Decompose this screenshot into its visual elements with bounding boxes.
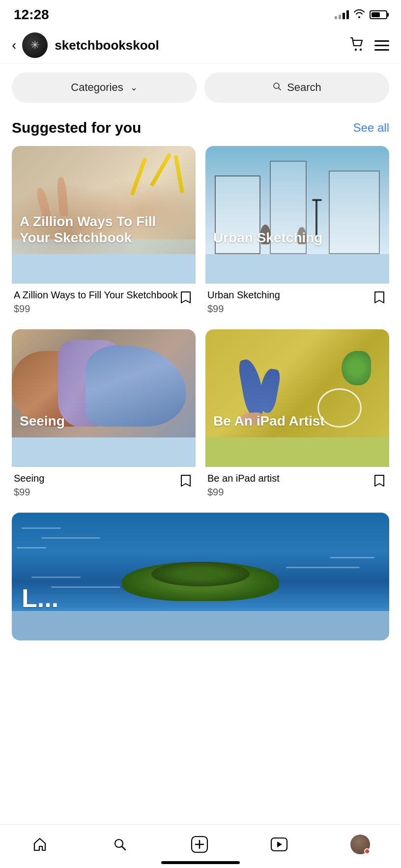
search-label: Search — [287, 81, 321, 94]
wide-card-5[interactable]: L... — [12, 513, 389, 640]
chevron-down-icon: ⌄ — [130, 82, 138, 93]
filter-bar: Categories ⌄ Search — [0, 63, 401, 112]
home-indicator — [161, 861, 240, 864]
course-price-2: $99 — [207, 303, 280, 315]
bookmark-button-2[interactable] — [372, 289, 387, 308]
course-title-overlay-2: Urban Sketching — [205, 222, 389, 254]
menu-line — [374, 49, 389, 51]
back-button[interactable]: ‹ — [12, 35, 22, 55]
course-details-3: Seeing $99 — [14, 472, 44, 498]
nav-home[interactable] — [21, 834, 58, 855]
header-actions — [349, 36, 389, 55]
status-bar: 12:28 — [0, 0, 401, 28]
status-icons — [335, 9, 387, 21]
nav-profile[interactable] — [341, 833, 380, 856]
svg-point-1 — [360, 49, 362, 51]
see-all-button[interactable]: See all — [353, 121, 389, 135]
course-title-overlay-3: Seeing — [12, 405, 196, 437]
signal-icon — [335, 10, 349, 19]
course-title-overlay-1: A Zillion Ways To Fill Your Sketchbook — [12, 205, 196, 254]
search-nav-icon — [111, 836, 129, 853]
course-details-1: A Zillion Ways to Fill Your Sketchbook $… — [14, 289, 178, 315]
section-header: Suggested for you See all — [12, 119, 389, 136]
course-price-3: $99 — [14, 487, 44, 498]
course-card-2[interactable]: Urban Sketching Urban Sketching $99 — [205, 146, 389, 319]
course-image-1: A Zillion Ways To Fill Your Sketchbook — [12, 146, 196, 284]
categories-label: Categories — [71, 81, 123, 94]
header: ‹ ✳ sketchbookskool — [0, 28, 401, 63]
battery-icon — [370, 10, 387, 19]
wide-card-image: L... — [12, 513, 389, 640]
course-info-3: Seeing $99 — [12, 467, 196, 503]
course-info-2: Urban Sketching $99 — [205, 284, 389, 319]
svg-point-0 — [355, 49, 357, 51]
avatar-icon: ✳ — [30, 39, 39, 52]
courses-grid: A Zillion Ways To Fill Your Sketchbook A… — [12, 146, 389, 503]
bookmark-button-3[interactable] — [178, 472, 194, 492]
course-name-2: Urban Sketching — [207, 289, 280, 301]
status-time: 12:28 — [14, 7, 49, 23]
course-card-3[interactable]: Seeing Seeing $99 — [12, 329, 196, 503]
bookmark-button-1[interactable] — [178, 289, 194, 308]
nav-video[interactable] — [260, 834, 298, 855]
course-image-2: Urban Sketching — [205, 146, 389, 284]
nav-search[interactable] — [101, 834, 139, 855]
channel-avatar[interactable]: ✳ — [22, 32, 48, 58]
home-icon — [31, 836, 49, 853]
menu-line — [374, 45, 389, 46]
menu-button[interactable] — [374, 40, 389, 51]
video-icon — [270, 836, 288, 853]
course-name-3: Seeing — [14, 472, 44, 485]
course-price-4: $99 — [207, 487, 280, 498]
course-info-1: A Zillion Ways to Fill Your Sketchbook $… — [12, 284, 196, 319]
channel-name[interactable]: sketchbookskool — [55, 38, 349, 53]
wifi-icon — [354, 9, 365, 21]
course-card-4[interactable]: Be An iPad Artist Be an iPad artist $99 — [205, 329, 389, 503]
categories-button[interactable]: Categories ⌄ — [12, 72, 197, 103]
course-details-2: Urban Sketching $99 — [207, 289, 280, 315]
add-icon — [191, 836, 208, 853]
course-image-4: Be An iPad Artist — [205, 329, 389, 467]
search-icon — [272, 82, 282, 94]
bookmark-button-4[interactable] — [372, 472, 387, 492]
course-price-1: $99 — [14, 303, 178, 315]
section-title: Suggested for you — [12, 119, 141, 136]
course-details-4: Be an iPad artist $99 — [207, 472, 280, 498]
course-title-overlay-4: Be An iPad Artist — [205, 405, 389, 437]
menu-line — [374, 40, 389, 42]
cart-button[interactable] — [349, 36, 366, 55]
course-name-4: Be an iPad artist — [207, 472, 280, 485]
main-content: Suggested for you See all A Zillion Ways… — [0, 112, 401, 648]
course-image-3: Seeing — [12, 329, 196, 467]
wide-card-title: L... — [12, 576, 389, 621]
nav-add[interactable] — [181, 834, 218, 855]
course-info-4: Be an iPad artist $99 — [205, 467, 389, 503]
course-name-1: A Zillion Ways to Fill Your Sketchbook — [14, 289, 178, 301]
course-card-1[interactable]: A Zillion Ways To Fill Your Sketchbook A… — [12, 146, 196, 319]
search-button[interactable]: Search — [204, 72, 389, 103]
profile-notification-dot — [364, 848, 370, 854]
